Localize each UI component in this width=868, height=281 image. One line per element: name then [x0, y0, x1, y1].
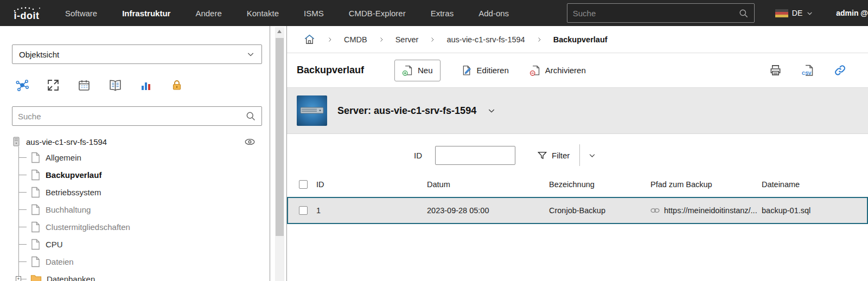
user-menu[interactable]: admin @ — [836, 9, 868, 17]
table-row[interactable]: 1 2023-09-28 05:00 Cronjob-Backup https:… — [287, 197, 868, 224]
tree-item-label: Backupverlauf — [46, 170, 101, 180]
col-header-bezeichnung[interactable]: Bezeichnung — [549, 180, 650, 189]
cell-pfad[interactable]: https://meineidoitinstanz/... — [650, 206, 762, 215]
col-header-id[interactable]: ID — [316, 180, 427, 189]
svg-text:CSV: CSV — [802, 71, 812, 76]
nav-item-infrastruktur[interactable]: Infrastruktur — [122, 9, 170, 18]
tree-item-buchhaltung[interactable]: Buchhaltung — [18, 201, 262, 218]
scrollbar-thumb[interactable] — [276, 38, 284, 236]
object-title: Server: aus-vie-c1-srv-fs-1594 — [337, 105, 476, 117]
tree-item-dateien[interactable]: Dateien — [18, 253, 262, 270]
tree-root-label[interactable]: aus-vie-c1-srv-fs-1594 — [26, 137, 107, 146]
document-remove-icon — [529, 65, 541, 76]
global-search-input[interactable] — [573, 9, 738, 18]
top-navigation: i-doit Software Infrastruktur Andere Kon… — [0, 0, 868, 26]
select-all-checkbox[interactable] — [299, 180, 308, 189]
permalink-icon[interactable] — [834, 64, 846, 76]
tree-item-label: CPU — [46, 240, 63, 249]
server-thumbnail — [297, 95, 327, 126]
main-content: CMDB Server aus-vie-c1-srv-fs-1594 Backu… — [286, 26, 868, 281]
tree-item-cpu[interactable]: CPU — [18, 235, 262, 253]
filter-id-input[interactable] — [435, 146, 515, 165]
chevron-right-icon — [327, 36, 333, 43]
breadcrumb-server[interactable]: Server — [395, 35, 419, 44]
page-title: Backupverlauf — [297, 65, 385, 76]
rights-lock-icon[interactable] — [170, 78, 184, 92]
breadcrumb-object[interactable]: aus-vie-c1-srv-fs-1594 — [446, 35, 525, 44]
cell-bezeichnung: Cronjob-Backup — [549, 206, 650, 215]
col-header-datum[interactable]: Datum — [427, 180, 549, 189]
edit-button[interactable]: Editieren — [461, 60, 509, 81]
tree-item-label: Dateien — [46, 257, 74, 266]
flag-de-icon — [775, 9, 788, 17]
toolbar-actions: CSV — [769, 64, 846, 77]
edit-pencil-icon — [461, 65, 473, 76]
tree-item-datenbanken[interactable]: + Datenbanken — [18, 270, 262, 281]
folder-icon — [30, 274, 42, 281]
eye-icon[interactable] — [244, 136, 256, 148]
main-menu: Software Infrastruktur Andere Kontakte I… — [65, 9, 509, 18]
edit-button-label: Editieren — [477, 66, 509, 75]
fullscreen-icon[interactable] — [46, 78, 60, 92]
nav-item-add-ons[interactable]: Add-ons — [478, 9, 509, 18]
breadcrumb-cmdb[interactable]: CMDB — [344, 35, 367, 44]
col-header-pfad[interactable]: Pfad zum Backup — [650, 180, 762, 189]
global-search[interactable] — [567, 3, 755, 23]
scroll-up-icon[interactable] — [277, 30, 282, 33]
tree-item-betriebssystem[interactable]: Betriebssystem — [18, 183, 262, 201]
calendar-icon[interactable] — [77, 78, 91, 92]
view-select[interactable]: Objektsicht — [12, 44, 262, 64]
document-icon — [30, 239, 41, 250]
nav-item-isms[interactable]: ISMS — [304, 9, 324, 18]
object-header: Server: aus-vie-c1-srv-fs-1594 — [287, 88, 868, 134]
archive-button[interactable]: Archivieren — [529, 60, 586, 81]
document-icon — [30, 256, 41, 267]
search-icon[interactable] — [245, 111, 256, 122]
filter-options-chevron-icon[interactable] — [588, 151, 596, 159]
language-selector[interactable]: DE — [775, 9, 813, 17]
tree-item-backupverlauf[interactable]: Backupverlauf — [18, 166, 262, 183]
tree-item-label: Allgemein — [46, 153, 81, 162]
cell-id: 1 — [316, 206, 427, 215]
tree-item-label: Clustermitgliedschaften — [46, 222, 130, 232]
tree-item-clustermitgliedschaften[interactable]: Clustermitgliedschaften — [18, 218, 262, 235]
nav-item-extras[interactable]: Extras — [431, 9, 454, 18]
filter-button[interactable]: Filter — [537, 150, 570, 161]
csv-export-icon[interactable]: CSV — [801, 64, 814, 77]
nav-item-software[interactable]: Software — [65, 9, 97, 18]
document-icon — [30, 187, 41, 198]
chevron-down-icon — [246, 50, 255, 59]
chevron-down-icon — [806, 10, 813, 17]
backup-url-link[interactable]: https://meineidoitinstanz/... — [664, 206, 757, 215]
nav-item-cmdb-explorer[interactable]: CMDB-Explorer — [349, 9, 406, 18]
sidebar-search-input[interactable] — [18, 112, 245, 121]
search-icon[interactable] — [738, 8, 749, 18]
nav-item-andere[interactable]: Andere — [195, 9, 221, 18]
document-add-icon — [402, 65, 413, 76]
sidebar-scrollbar[interactable] — [275, 27, 284, 281]
tree-root-object[interactable]: aus-vie-c1-srv-fs-1594 — [12, 135, 262, 149]
home-icon[interactable] — [303, 33, 316, 46]
chevron-right-icon — [536, 36, 542, 43]
print-icon[interactable] — [769, 64, 782, 76]
document-icon — [30, 204, 41, 215]
tree-item-label: Betriebssystem — [46, 188, 101, 197]
nav-item-kontakte[interactable]: Kontakte — [247, 9, 279, 18]
object-graph-icon[interactable] — [15, 78, 29, 92]
tree-item-allgemein[interactable]: Allgemein — [18, 149, 262, 166]
sidebar-search[interactable] — [12, 106, 262, 126]
row-checkbox[interactable] — [299, 206, 308, 215]
new-button[interactable]: Neu — [394, 60, 441, 81]
divider — [579, 144, 580, 166]
chevron-down-icon[interactable] — [487, 106, 496, 115]
category-toolbar: Backupverlauf Neu Editieren — [287, 53, 868, 88]
list-filter-bar: ID Filter — [287, 139, 868, 171]
statistics-icon[interactable] — [139, 78, 153, 92]
col-header-dateiname[interactable]: Dateiname — [762, 180, 868, 189]
i-doit-logo[interactable]: i-doit — [10, 7, 43, 20]
filter-id-label: ID — [414, 151, 422, 160]
logbook-icon[interactable] — [108, 78, 122, 92]
breadcrumb: CMDB Server aus-vie-c1-srv-fs-1594 Backu… — [287, 26, 868, 53]
category-tree: aus-vie-c1-srv-fs-1594 Allgemein Bac — [12, 135, 262, 281]
tree-expander-icon[interactable]: + — [16, 276, 21, 281]
